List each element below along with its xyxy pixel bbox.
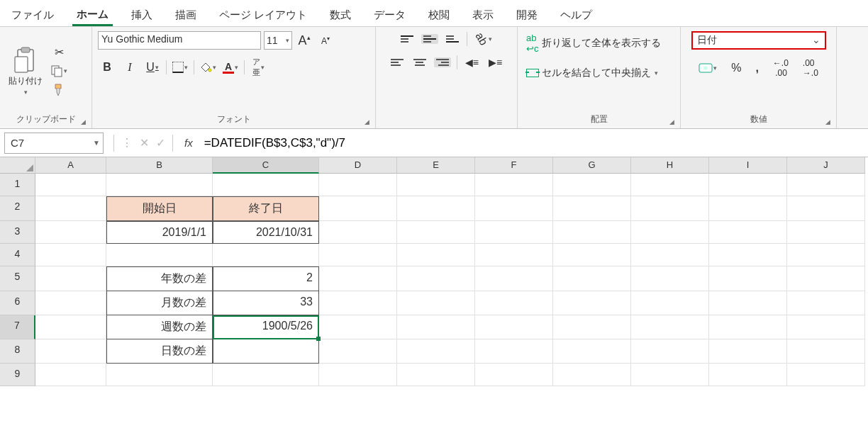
indent-decrease-button[interactable]: ◀≡ <box>463 55 481 69</box>
cell-G9[interactable] <box>553 364 631 386</box>
cell-I5[interactable] <box>709 266 787 291</box>
row-header-9[interactable]: 9 <box>0 364 35 386</box>
cell-C1[interactable] <box>213 174 319 196</box>
cell-D5[interactable] <box>319 266 397 291</box>
cell-A6[interactable] <box>35 291 106 315</box>
cell-F1[interactable] <box>475 174 553 196</box>
cell-H4[interactable] <box>631 244 709 266</box>
decrease-decimal-button[interactable]: .00→.0 <box>801 57 820 79</box>
cell-A7[interactable] <box>35 315 106 339</box>
cell-A5[interactable] <box>35 266 106 291</box>
accounting-format-button[interactable]: ▾ <box>696 61 719 75</box>
cell-I3[interactable] <box>709 221 787 244</box>
cell-A4[interactable] <box>35 244 106 266</box>
cell-B6[interactable]: 月数の差 <box>106 291 213 315</box>
cell-D6[interactable] <box>319 291 397 315</box>
cell-F8[interactable] <box>475 339 553 364</box>
launcher-icon[interactable]: ◢ <box>81 118 86 125</box>
cell-E6[interactable] <box>397 291 475 315</box>
cell-B3[interactable]: 2019/1/1 <box>106 221 213 244</box>
row-header-8[interactable]: 8 <box>0 339 35 364</box>
col-header-H[interactable]: H <box>631 157 709 174</box>
cell-E3[interactable] <box>397 221 475 244</box>
tab-file[interactable]: ファイル <box>7 6 58 25</box>
cell-G8[interactable] <box>553 339 631 364</box>
bold-button[interactable]: B <box>98 58 116 77</box>
cell-J2[interactable] <box>787 196 865 221</box>
cancel-formula-button[interactable]: ✕ <box>140 136 149 150</box>
col-header-F[interactable]: F <box>475 157 553 174</box>
cut-button[interactable]: ✂ <box>48 44 69 60</box>
cell-D8[interactable] <box>319 339 397 364</box>
cell-F3[interactable] <box>475 221 553 244</box>
cell-C9[interactable] <box>213 364 319 386</box>
cell-C4[interactable] <box>213 244 319 266</box>
cell-C8[interactable] <box>213 339 319 364</box>
tab-data[interactable]: データ <box>369 6 410 25</box>
cell-A9[interactable] <box>35 364 106 386</box>
wrap-text-button[interactable]: ab↩c 折り返して全体を表示する <box>523 31 664 55</box>
cell-D3[interactable] <box>319 221 397 244</box>
cell-F4[interactable] <box>475 244 553 266</box>
cell-B4[interactable] <box>106 244 213 266</box>
tab-formulas[interactable]: 数式 <box>326 6 355 25</box>
launcher-icon[interactable]: ◢ <box>825 118 830 125</box>
formula-input[interactable] <box>199 133 868 153</box>
cell-B2[interactable]: 開始日 <box>106 196 213 221</box>
comma-button[interactable]: , <box>753 60 760 76</box>
cell-H2[interactable] <box>631 196 709 221</box>
cell-G2[interactable] <box>553 196 631 221</box>
col-header-B[interactable]: B <box>106 157 213 174</box>
row-header-6[interactable]: 6 <box>0 291 35 315</box>
cell-C3[interactable]: 2021/10/31 <box>213 221 319 244</box>
cell-D9[interactable] <box>319 364 397 386</box>
cell-G3[interactable] <box>553 221 631 244</box>
cell-C6[interactable]: 33 <box>213 291 319 315</box>
cell-G7[interactable] <box>553 315 631 339</box>
row-header-7[interactable]: 7 <box>0 315 35 339</box>
font-size-select[interactable]: 11▾ <box>264 31 292 50</box>
font-color-button[interactable]: A▾ <box>221 58 240 77</box>
cell-E4[interactable] <box>397 244 475 266</box>
cell-D2[interactable] <box>319 196 397 221</box>
cell-B5[interactable]: 年数の差 <box>106 266 213 291</box>
cell-A1[interactable] <box>35 174 106 196</box>
cell-H7[interactable] <box>631 315 709 339</box>
cell-A8[interactable] <box>35 339 106 364</box>
halign-center-button[interactable] <box>411 57 428 67</box>
tab-review[interactable]: 校閲 <box>424 6 454 25</box>
row-header-1[interactable]: 1 <box>0 174 35 196</box>
cell-G6[interactable] <box>553 291 631 315</box>
cell-D7[interactable] <box>319 315 397 339</box>
cell-J4[interactable] <box>787 244 865 266</box>
row-header-5[interactable]: 5 <box>0 266 35 291</box>
row-header-4[interactable]: 4 <box>0 244 35 266</box>
cell-J6[interactable] <box>787 291 865 315</box>
row-header-3[interactable]: 3 <box>0 221 35 244</box>
cell-E7[interactable] <box>397 315 475 339</box>
orientation-button[interactable]: ab▾ <box>473 31 494 47</box>
tab-home[interactable]: ホーム <box>72 5 113 26</box>
tab-developer[interactable]: 開発 <box>512 6 542 25</box>
valign-bottom-button[interactable] <box>444 34 461 44</box>
cell-F9[interactable] <box>475 364 553 386</box>
halign-left-button[interactable] <box>389 57 406 67</box>
cell-I2[interactable] <box>709 196 787 221</box>
cell-B9[interactable] <box>106 364 213 386</box>
cell-H1[interactable] <box>631 174 709 196</box>
cell-I4[interactable] <box>709 244 787 266</box>
col-header-E[interactable]: E <box>397 157 475 174</box>
col-header-J[interactable]: J <box>787 157 865 174</box>
cell-E2[interactable] <box>397 196 475 221</box>
cell-B7[interactable]: 週数の差 <box>106 315 213 339</box>
italic-button[interactable]: I <box>121 58 139 77</box>
merge-center-button[interactable]: セルを結合して中央揃え ▾ <box>523 65 661 81</box>
phonetic-button[interactable]: ア亜▾ <box>249 58 267 77</box>
cell-D4[interactable] <box>319 244 397 266</box>
cell-G1[interactable] <box>553 174 631 196</box>
cell-J3[interactable] <box>787 221 865 244</box>
number-format-select[interactable]: 日付 <box>691 31 826 50</box>
copy-button[interactable]: ▾ <box>48 63 69 79</box>
select-all-corner[interactable] <box>0 157 35 174</box>
enter-formula-button[interactable]: ✓ <box>156 136 165 150</box>
